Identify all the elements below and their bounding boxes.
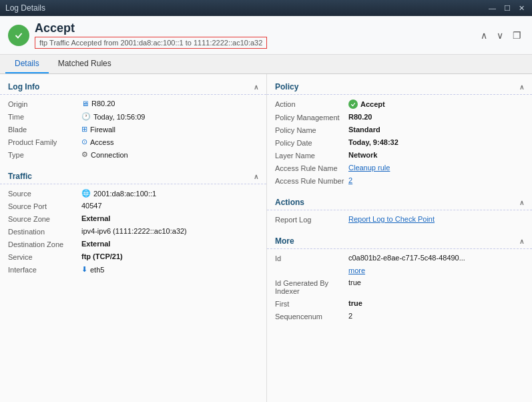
value-source-port: 40547 — [81, 202, 102, 210]
header-nav: ∧ ∨ ❐ — [478, 29, 524, 42]
minimize-button[interactable]: — — [487, 4, 498, 13]
value-action: Accept — [348, 99, 385, 109]
label-layer-name: Layer Name — [275, 151, 348, 160]
label-source: Source — [8, 189, 81, 198]
policy-section: Policy ∧ Action Accept Policy Management… — [267, 79, 532, 187]
more-chevron[interactable]: ∧ — [519, 238, 524, 245]
label-sequencenum: Sequencenum — [275, 312, 348, 321]
more-section: More ∧ Id c0a801b2-e8ae-c717-5c48-48490.… — [267, 234, 532, 323]
label-id: Id — [275, 254, 348, 262]
actions-section: Actions ∧ Report Log Report Log to Check… — [267, 195, 532, 226]
field-blade: Blade ⊞ Firewall — [0, 123, 266, 136]
field-source: Source 🌐 2001:da8:ac:100::1 — [0, 187, 266, 200]
field-source-zone: Source Zone External — [0, 212, 266, 225]
value-layer-name: Network — [348, 151, 377, 159]
value-interface: ⬇ eth5 — [81, 265, 104, 274]
prev-button[interactable]: ∧ — [478, 29, 490, 42]
accept-icon — [8, 25, 29, 46]
header: Accept ftp Traffic Accepted from 2001:da… — [0, 16, 532, 55]
label-policy-name: Policy Name — [275, 126, 348, 134]
content: Log Info ∧ Origin 🖥 R80.20 Time 🕐 Today,… — [0, 74, 532, 402]
value-first: true — [348, 299, 362, 307]
tab-details[interactable]: Details — [5, 55, 49, 73]
field-origin: Origin 🖥 R80.20 — [0, 97, 266, 110]
svg-point-0 — [13, 29, 25, 41]
value-source-zone: External — [81, 214, 110, 222]
value-access-rule-name[interactable]: Cleanup rule — [348, 164, 390, 172]
right-panel: Policy ∧ Action Accept Policy Management… — [267, 74, 532, 402]
field-access-rule-name: Access Rule Name Cleanup rule — [267, 162, 532, 174]
label-type: Type — [8, 150, 81, 159]
label-more-link — [275, 266, 348, 267]
label-service: Service — [8, 252, 81, 261]
titlebar-controls: — ☐ ✕ — [487, 4, 527, 13]
action-accept-icon — [348, 99, 358, 109]
label-product-family: Product Family — [8, 138, 81, 146]
tab-matched-rules[interactable]: Matched Rules — [49, 55, 121, 73]
firewall-icon: ⊞ — [81, 125, 87, 134]
value-blade: ⊞ Firewall — [81, 125, 115, 134]
value-report-log[interactable]: Report Log to Check Point — [348, 215, 435, 223]
globe-icon: 🌐 — [81, 189, 91, 198]
field-policy-date: Policy Date Today, 9:48:32 — [267, 136, 532, 149]
value-more-link[interactable]: more — [348, 266, 365, 274]
value-sequencenum: 2 — [348, 312, 352, 320]
field-policy-name: Policy Name Standard — [267, 124, 532, 136]
copy-button[interactable]: ❐ — [510, 29, 524, 42]
header-subtitle: ftp Traffic Accepted from 2001:da8:ac:10… — [35, 37, 267, 49]
label-id-generated: Id Generated By Indexer — [275, 278, 348, 295]
label-action: Action — [275, 99, 348, 108]
header-title: Accept — [35, 21, 267, 35]
server-icon: 🖥 — [81, 99, 89, 108]
connection-icon: ⚙ — [81, 150, 88, 159]
policy-title: Policy — [275, 82, 298, 91]
field-action: Action Accept — [267, 97, 532, 111]
field-destination: Destination ipv4-ipv6 (1111:2222::ac10:a… — [0, 225, 266, 238]
next-button[interactable]: ∨ — [494, 29, 506, 42]
field-report-log: Report Log Report Log to Check Point — [267, 213, 532, 226]
clock-icon: 🕐 — [81, 112, 91, 121]
value-policy-name: Standard — [348, 126, 380, 134]
value-id-generated: true — [348, 278, 361, 286]
label-destination: Destination — [8, 227, 81, 236]
value-id: c0a801b2-e8ae-c717-5c48-48490... — [348, 254, 465, 262]
value-product-family: ⊙ Access — [81, 138, 113, 146]
field-layer-name: Layer Name Network — [267, 149, 532, 162]
policy-header: Policy ∧ — [267, 79, 532, 95]
field-destination-zone: Destination Zone External — [0, 238, 266, 250]
field-policy-management: Policy Management R80.20 — [267, 111, 532, 124]
download-icon: ⬇ — [81, 265, 87, 274]
titlebar: Log Details — ☐ ✕ — [0, 0, 532, 16]
value-access-rule-number[interactable]: 2 — [348, 176, 352, 184]
label-destination-zone: Destination Zone — [8, 240, 81, 248]
restore-button[interactable]: ☐ — [502, 4, 513, 13]
traffic-chevron[interactable]: ∧ — [254, 173, 258, 180]
log-info-header: Log Info ∧ — [0, 79, 266, 95]
value-destination-zone: External — [81, 240, 110, 248]
policy-chevron[interactable]: ∧ — [519, 83, 524, 91]
traffic-header: Traffic ∧ — [0, 169, 266, 184]
label-report-log: Report Log — [275, 215, 348, 224]
field-sequencenum: Sequencenum 2 — [267, 310, 532, 323]
close-button[interactable]: ✕ — [517, 4, 527, 13]
label-origin: Origin — [8, 99, 81, 108]
label-blade: Blade — [8, 125, 81, 134]
tabs: Details Matched Rules — [0, 55, 532, 74]
log-info-section: Log Info ∧ Origin 🖥 R80.20 Time 🕐 Today,… — [0, 79, 266, 161]
field-id: Id c0a801b2-e8ae-c717-5c48-48490... — [267, 252, 532, 264]
header-left: Accept ftp Traffic Accepted from 2001:da… — [8, 21, 267, 49]
label-interface: Interface — [8, 265, 81, 274]
field-service: Service ftp (TCP/21) — [0, 250, 266, 263]
field-more-link: more — [267, 264, 532, 276]
actions-chevron[interactable]: ∧ — [519, 199, 524, 206]
actions-header: Actions ∧ — [267, 195, 532, 210]
value-time: 🕐 Today, 10:56:09 — [81, 112, 145, 121]
value-service: ftp (TCP/21) — [81, 252, 123, 260]
field-product-family: Product Family ⊙ Access — [0, 136, 266, 148]
log-info-chevron[interactable]: ∧ — [254, 83, 258, 91]
more-header: More ∧ — [267, 234, 532, 249]
more-title: More — [275, 236, 294, 246]
label-time: Time — [8, 112, 81, 121]
window: Log Details — ☐ ✕ Accept ftp Traffic Acc… — [0, 0, 532, 402]
label-first: First — [275, 299, 348, 308]
